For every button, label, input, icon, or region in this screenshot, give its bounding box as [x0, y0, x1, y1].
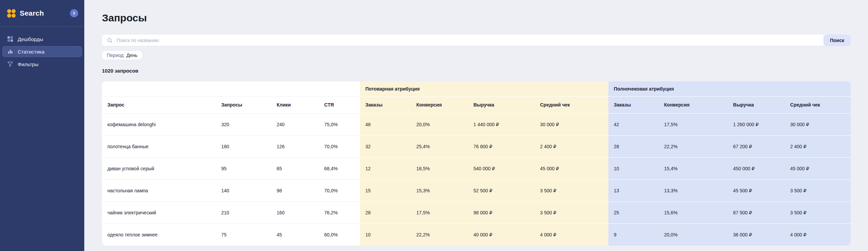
chevron-right-icon	[72, 11, 76, 15]
value-cell: 76 800 ₽	[468, 135, 535, 157]
table-column-header-row: Запрос Запросы Клики CTR Заказы Конверси…	[102, 96, 851, 113]
filter-icon	[7, 61, 13, 67]
table-row: одеяло теплое зимнее754560,0%1022,2%40 0…	[102, 224, 851, 246]
search-input[interactable]	[112, 35, 823, 46]
logo-text: Search	[20, 9, 44, 17]
value-cell: 450 000 ₽	[728, 157, 785, 179]
sidebar-item-dashboards[interactable]: Дешборды	[2, 34, 82, 44]
value-cell: 1 260 000 ₽	[728, 113, 785, 135]
value-cell: 17,5%	[659, 113, 728, 135]
column-header: Выручка	[468, 96, 535, 113]
value-cell: 87 500 ₽	[728, 201, 785, 224]
group-header-base	[102, 81, 360, 96]
column-header: Запросы	[216, 96, 271, 113]
value-cell: 210	[216, 201, 271, 224]
value-cell: 45 000 ₽	[535, 157, 608, 179]
search-button[interactable]: Поиск	[823, 35, 851, 46]
value-cell: 4 000 ₽	[785, 224, 851, 246]
column-header-query: Запрос	[102, 96, 216, 113]
page-title: Запросы	[102, 12, 851, 24]
value-cell: 40 000 ₽	[468, 224, 535, 246]
column-header: Конверсия	[411, 96, 468, 113]
value-cell: 36 000 ₽	[728, 224, 785, 246]
query-cell: диван угловой серый	[102, 157, 216, 179]
query-cell: чайник электрический	[102, 201, 216, 224]
value-cell: 25,4%	[411, 135, 468, 157]
queries-table: Потоварная атрибуция Полночековая атрибу…	[102, 81, 851, 246]
query-cell: настольная лампа	[102, 179, 216, 201]
sidebar: Search Дешборды Статистика	[0, 0, 84, 251]
value-cell: 28	[608, 135, 659, 157]
period-chip-label: Период:	[107, 53, 125, 58]
period-chip-value: День	[126, 53, 137, 58]
search-icon	[102, 35, 112, 46]
value-cell: 52 500 ₽	[468, 179, 535, 201]
column-header: Клики	[271, 96, 319, 113]
value-cell: 45	[271, 224, 319, 246]
column-header: Выручка	[728, 96, 785, 113]
value-cell: 60,0%	[319, 224, 360, 246]
value-cell: 3 500 ₽	[535, 201, 608, 224]
value-cell: 15,3%	[411, 179, 468, 201]
value-cell: 140	[216, 179, 271, 201]
value-cell: 3 500 ₽	[785, 201, 851, 224]
column-header: Конверсия	[659, 96, 728, 113]
value-cell: 75,0%	[319, 113, 360, 135]
value-cell: 1 440 000 ₽	[468, 113, 535, 135]
value-cell: 15	[360, 179, 411, 201]
table-row: полотенца банные18012670,0%3225,4%76 800…	[102, 135, 851, 157]
value-cell: 15,6%	[659, 201, 728, 224]
sidebar-item-label: Статистика	[18, 49, 45, 55]
table-group-header-row: Потоварная атрибуция Полночековая атрибу…	[102, 81, 851, 96]
column-header: Средний чек	[785, 96, 851, 113]
value-cell: 42	[608, 113, 659, 135]
value-cell: 22,2%	[659, 135, 728, 157]
value-cell: 20,0%	[411, 113, 468, 135]
value-cell: 75	[216, 224, 271, 246]
value-cell: 32	[360, 135, 411, 157]
sidebar-item-label: Дешборды	[18, 36, 43, 42]
value-cell: 70,0%	[319, 179, 360, 201]
column-header: Средний чек	[535, 96, 608, 113]
period-chip[interactable]: Период: День	[102, 51, 142, 60]
value-cell: 2 400 ₽	[785, 135, 851, 157]
query-cell: кофемашина delonghi	[102, 113, 216, 135]
table-row: кофемашина delonghi32024075,0%4820,0%1 4…	[102, 113, 851, 135]
value-cell: 3 500 ₽	[785, 179, 851, 201]
table-row: диван угловой серый956568,4%1218,5%540 0…	[102, 157, 851, 179]
value-cell: 70,0%	[319, 135, 360, 157]
query-cell: полотенца банные	[102, 135, 216, 157]
value-cell: 76,2%	[319, 201, 360, 224]
results-count: 1020 запросов	[102, 68, 851, 74]
value-cell: 160	[271, 201, 319, 224]
value-cell: 15,4%	[659, 157, 728, 179]
value-cell: 25	[608, 201, 659, 224]
column-header: Заказы	[608, 96, 659, 113]
value-cell: 13	[608, 179, 659, 201]
value-cell: 180	[216, 135, 271, 157]
stats-icon	[7, 49, 13, 55]
logo-icon	[7, 9, 16, 18]
value-cell: 18,5%	[411, 157, 468, 179]
value-cell: 126	[271, 135, 319, 157]
value-cell: 30 000 ₽	[535, 113, 608, 135]
sidebar-item-filters[interactable]: Фильтры	[2, 59, 82, 70]
search-bar: Поиск	[102, 35, 851, 46]
sidebar-item-label: Фильтры	[18, 61, 38, 67]
value-cell: 68,4%	[319, 157, 360, 179]
table-row: настольная лампа1409870,0%1515,3%52 500 …	[102, 179, 851, 201]
sidebar-nav: Дешборды Статистика Фильтры	[0, 27, 84, 71]
value-cell: 95	[216, 157, 271, 179]
sidebar-item-statistics[interactable]: Статистика	[2, 46, 82, 57]
value-cell: 67 200 ₽	[728, 135, 785, 157]
value-cell: 9	[608, 224, 659, 246]
sidebar-collapse-button[interactable]	[70, 9, 78, 17]
group-header-full-check-attribution: Полночековая атрибуция	[608, 81, 851, 96]
table-row: чайник электрический21016076,2%2817,5%98…	[102, 201, 851, 224]
dashboard-icon	[7, 36, 13, 42]
value-cell: 13,3%	[659, 179, 728, 201]
value-cell: 2 400 ₽	[535, 135, 608, 157]
value-cell: 3 500 ₽	[535, 179, 608, 201]
value-cell: 28	[360, 201, 411, 224]
value-cell: 20,0%	[659, 224, 728, 246]
